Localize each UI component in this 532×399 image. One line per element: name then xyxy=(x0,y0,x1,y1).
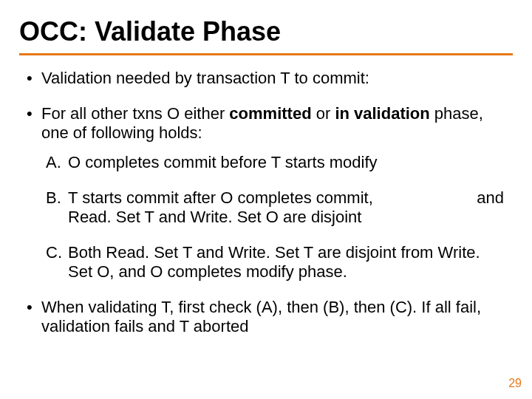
item-c-text: Both Read. Set T and Write. Set T are di… xyxy=(68,243,480,281)
bullet-3: When validating T, first check (A), then… xyxy=(25,298,507,336)
item-b-line1: T starts commit after O completes commit… xyxy=(68,188,373,207)
bullet-1-text: Validation needed by transaction T to co… xyxy=(41,69,369,87)
slide-body: Validation needed by transaction T to co… xyxy=(0,55,532,336)
item-a-text: O completes commit before T starts modif… xyxy=(68,153,378,171)
bullet-3-text: When validating T, first check (A), then… xyxy=(41,298,481,335)
sub-list: A. O completes commit before T starts mo… xyxy=(46,153,507,282)
page-number: 29 xyxy=(508,377,522,390)
item-c: C. Both Read. Set T and Write. Set T are… xyxy=(46,243,507,282)
bullet-2-or: or xyxy=(312,104,335,123)
slide: OCC: Validate Phase Validation needed by… xyxy=(0,0,532,399)
item-b-and: and xyxy=(477,188,504,208)
item-a-letter: A. xyxy=(46,153,61,172)
item-b-letter: B. xyxy=(46,188,61,208)
item-b: B. T starts commit after O completes com… xyxy=(46,188,507,227)
bullet-2-validation: in validation xyxy=(335,104,429,123)
bullet-2: For all other txns O either committed or… xyxy=(25,104,507,282)
item-c-letter: C. xyxy=(46,243,62,262)
item-a: A. O completes commit before T starts mo… xyxy=(46,153,507,172)
slide-title: OCC: Validate Phase xyxy=(0,0,532,53)
bullet-2-committed: committed xyxy=(229,104,311,123)
bullet-list: Validation needed by transaction T to co… xyxy=(25,69,507,336)
item-b-line2: Read. Set T and Write. Set O are disjoin… xyxy=(68,208,361,226)
bullet-2-pre: For all other txns O either xyxy=(41,104,229,123)
bullet-1: Validation needed by transaction T to co… xyxy=(25,69,507,88)
